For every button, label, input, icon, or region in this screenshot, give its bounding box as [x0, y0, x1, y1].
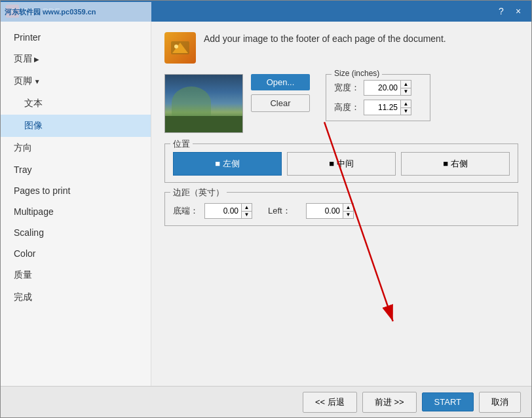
left-spinner[interactable]: ▲ ▼ [306, 203, 354, 219]
width-down-arrow[interactable]: ▼ [401, 88, 411, 96]
bottom-up-arrow[interactable]: ▲ [242, 204, 252, 212]
bottom-down-arrow[interactable]: ▼ [242, 212, 252, 219]
position-right-button[interactable]: ■ 右侧 [401, 152, 510, 176]
position-section: 位置 ■ 左侧 ■ 中间 ■ 右侧 [164, 143, 518, 183]
position-title: 位置 [170, 138, 193, 150]
left-arrows: ▲ ▼ [343, 204, 353, 218]
margin-section: 边距（英寸） 底端： ▲ ▼ Left： ▲ [164, 192, 518, 226]
sidebar-item-finish[interactable]: 完成 [1, 286, 151, 309]
width-label: 宽度： [334, 82, 360, 94]
close-button[interactable]: × [510, 4, 526, 18]
height-arrows: ▲ ▼ [400, 100, 411, 115]
main-window: P Print PDF ? × 河东软件园 www.pc0359.cn Prin… [0, 0, 532, 418]
height-down-arrow[interactable]: ▼ [401, 108, 411, 115]
size-group: Size (inches) 宽度： ▲ ▼ 高度： [326, 74, 430, 121]
size-group-title: Size (inches) [332, 69, 382, 78]
image-section: Open... Clear Size (inches) 宽度： ▲ ▼ [164, 74, 518, 133]
position-center-button[interactable]: ■ 中间 [287, 152, 396, 176]
image-preview [164, 74, 243, 133]
sidebar: Printer 页眉 页脚 文本 图像 方向 Tray Pages to pri… [1, 22, 151, 386]
margin-title: 边距（英寸） [170, 187, 227, 199]
header-description: Add your image to the footer of each pag… [204, 32, 446, 46]
sidebar-item-pages-to-print[interactable]: Pages to print [1, 180, 151, 201]
left-up-arrow[interactable]: ▲ [343, 204, 353, 212]
window-controls: ? × [493, 4, 526, 18]
right-panel: Add your image to the footer of each pag… [151, 22, 531, 386]
height-label: 高度： [334, 102, 360, 113]
image-controls: Open... Clear [251, 74, 310, 112]
height-input[interactable] [364, 100, 400, 115]
bottom-arrows: ▲ ▼ [241, 204, 252, 218]
open-button[interactable]: Open... [251, 74, 310, 90]
sidebar-item-scaling[interactable]: Scaling [1, 222, 151, 243]
height-spinner[interactable]: ▲ ▼ [364, 100, 411, 115]
left-down-arrow[interactable]: ▼ [343, 212, 353, 219]
width-input[interactable] [364, 81, 400, 95]
bottom-spinner[interactable]: ▲ ▼ [204, 203, 252, 219]
main-content: Printer 页眉 页脚 文本 图像 方向 Tray Pages to pri… [1, 22, 531, 386]
bottom-label: 底端： [173, 205, 199, 217]
app-logo: P [6, 5, 19, 18]
sidebar-item-text[interactable]: 文本 [1, 92, 151, 115]
svg-point-2 [174, 45, 178, 48]
width-spinner[interactable]: ▲ ▼ [364, 80, 411, 96]
height-up-arrow[interactable]: ▲ [401, 100, 411, 108]
position-buttons: ■ 左侧 ■ 中间 ■ 右侧 [173, 152, 510, 176]
section-icon [164, 32, 196, 64]
clear-button[interactable]: Clear [251, 94, 310, 112]
sidebar-item-footer[interactable]: 页脚 [1, 70, 151, 92]
image-art [165, 75, 242, 132]
title-bar-left: P Print PDF [6, 5, 60, 18]
left-input[interactable] [307, 204, 343, 218]
sidebar-item-tray[interactable]: Tray [1, 159, 151, 180]
header-section: Add your image to the footer of each pag… [164, 32, 518, 64]
back-button[interactable]: << 后退 [303, 392, 357, 413]
height-row: 高度： ▲ ▼ [334, 100, 422, 115]
bottom-input[interactable] [205, 204, 241, 218]
position-left-button[interactable]: ■ 左侧 [173, 152, 282, 176]
sidebar-item-header[interactable]: 页眉 [1, 48, 151, 70]
sidebar-item-printer[interactable]: Printer [1, 27, 151, 48]
cancel-button[interactable]: 取消 [479, 392, 521, 413]
footer: << 后退 前进 >> START 取消 [1, 386, 531, 417]
forward-button[interactable]: 前进 >> [362, 392, 417, 413]
margin-row: 底端： ▲ ▼ Left： ▲ ▼ [173, 203, 510, 219]
width-up-arrow[interactable]: ▲ [401, 81, 411, 88]
width-row: 宽度： ▲ ▼ [334, 80, 422, 96]
window-title: Print PDF [23, 7, 60, 16]
sidebar-item-color[interactable]: Color [1, 243, 151, 264]
help-button[interactable]: ? [493, 4, 509, 18]
sidebar-item-image[interactable]: 图像 [1, 115, 151, 137]
sidebar-item-multipage[interactable]: Multipage [1, 201, 151, 222]
sidebar-item-direction[interactable]: 方向 [1, 137, 151, 159]
start-button[interactable]: START [422, 392, 474, 411]
left-label: Left： [268, 205, 301, 217]
width-arrows: ▲ ▼ [400, 81, 411, 95]
title-bar: P Print PDF ? × [1, 1, 531, 22]
sidebar-item-quality[interactable]: 质量 [1, 264, 151, 286]
